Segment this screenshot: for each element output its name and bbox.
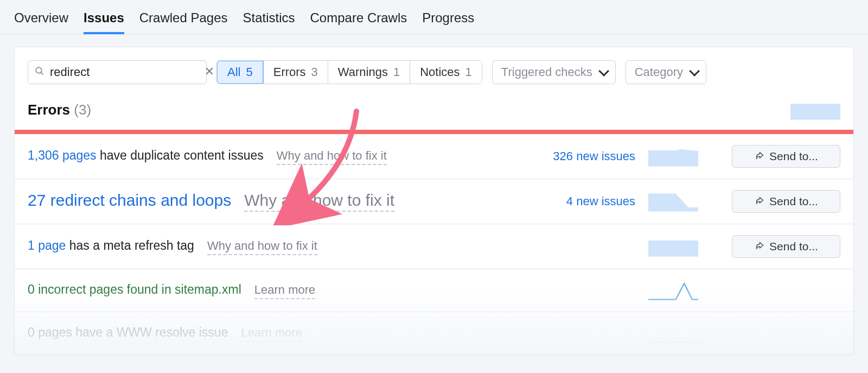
send-to-button[interactable]: Send to...: [732, 190, 840, 213]
triggered-checks-dropdown[interactable]: Triggered checks: [492, 60, 616, 84]
issue-sparkline: [648, 146, 698, 167]
issue-title-rest: has a meta refresh tag: [66, 238, 194, 252]
issue-row: 1 page has a meta refresh tag Why and ho…: [15, 224, 853, 269]
learn-more-link[interactable]: Learn more: [241, 326, 302, 342]
issue-sparkline: [648, 236, 698, 257]
segment-notices-label: Notices: [420, 65, 459, 79]
category-dropdown[interactable]: Category: [626, 60, 706, 84]
share-arrow-icon: [754, 242, 764, 251]
segment-all[interactable]: All 5: [216, 60, 264, 84]
category-heading-label: Errors: [28, 102, 70, 118]
send-to-label: Send to...: [769, 240, 818, 253]
segment-all-count: 5: [246, 65, 252, 79]
send-to-button[interactable]: Send to...: [732, 235, 840, 258]
errors-severity-bar: [15, 130, 853, 134]
triggered-checks-label: Triggered checks: [501, 65, 592, 79]
issue-sparkline: [648, 191, 698, 212]
segment-warnings-label: Warnings: [338, 65, 388, 79]
tab-compare-crawls[interactable]: Compare Crawls: [310, 10, 407, 34]
send-to-label: Send to...: [769, 150, 818, 163]
clear-search-icon[interactable]: [205, 65, 214, 79]
issue-title[interactable]: 1,306 pages have duplicate content issue…: [28, 148, 264, 163]
why-and-how-link[interactable]: Why and how to fix it: [244, 191, 394, 212]
issue-title[interactable]: 0 incorrect pages found in sitemap.xml: [28, 282, 241, 297]
segment-errors-label: Errors: [273, 65, 306, 79]
issue-title[interactable]: 27 redirect chains and loops: [28, 191, 231, 210]
segment-warnings-count: 1: [393, 65, 400, 79]
learn-more-link[interactable]: Learn more: [254, 283, 316, 299]
segment-all-label: All: [227, 65, 240, 79]
issue-type-segmented: All 5 Errors 3 Warnings 1 Notices 1: [216, 60, 482, 84]
search-input[interactable]: [50, 65, 199, 79]
issue-row: 0 incorrect pages found in sitemap.xml L…: [15, 269, 853, 312]
tab-statistics[interactable]: Statistics: [243, 10, 295, 34]
issues-panel: All 5 Errors 3 Warnings 1 Notices 1 Trig…: [14, 47, 854, 355]
send-to-button[interactable]: Send to...: [732, 145, 840, 168]
send-to-label: Send to...: [769, 195, 818, 208]
issue-count-link[interactable]: 1 page: [28, 238, 66, 252]
tab-overview[interactable]: Overview: [14, 10, 68, 34]
category-label: Category: [635, 65, 683, 79]
share-arrow-icon: [754, 151, 764, 161]
issue-title[interactable]: 0 pages have a WWW resolve issue: [28, 325, 228, 340]
why-and-how-link[interactable]: Why and how to fix it: [277, 149, 387, 165]
filters-row: All 5 Errors 3 Warnings 1 Notices 1 Trig…: [15, 47, 853, 84]
new-issues-count[interactable]: 4 new issues: [527, 194, 635, 208]
segment-errors-count: 3: [311, 65, 318, 79]
issue-sparkline: [648, 323, 698, 344]
segment-warnings[interactable]: Warnings 1: [328, 61, 410, 84]
category-sparkline: [790, 99, 840, 120]
why-and-how-link[interactable]: Why and how to fix it: [207, 239, 317, 255]
chevron-down-icon: [689, 66, 700, 77]
search-box[interactable]: [28, 60, 207, 84]
top-tabs: Overview Issues Crawled Pages Statistics…: [0, 0, 868, 35]
tab-issues[interactable]: Issues: [84, 10, 124, 34]
issue-count-link[interactable]: 1,306 pages: [28, 148, 97, 162]
category-heading: Errors (3): [15, 84, 853, 128]
issue-row: 1,306 pages have duplicate content issue…: [15, 134, 853, 179]
issue-title-rest: have duplicate content issues: [97, 148, 264, 162]
new-issues-count[interactable]: 326 new issues: [527, 149, 635, 163]
issue-row: 0 pages have a WWW resolve issue Learn m…: [15, 312, 853, 355]
svg-line-1: [41, 72, 43, 74]
segment-notices[interactable]: Notices 1: [410, 61, 482, 84]
segment-notices-count: 1: [465, 65, 472, 79]
tab-crawled-pages[interactable]: Crawled Pages: [139, 10, 228, 34]
category-heading-count: (3): [74, 102, 91, 118]
chevron-down-icon: [598, 66, 609, 77]
tab-progress[interactable]: Progress: [422, 10, 474, 34]
issue-sparkline: [648, 280, 698, 301]
issue-row: 27 redirect chains and loops Why and how…: [15, 179, 853, 224]
issue-title[interactable]: 1 page has a meta refresh tag: [28, 238, 194, 253]
share-arrow-icon: [754, 197, 764, 206]
search-icon: [35, 66, 44, 78]
segment-errors[interactable]: Errors 3: [263, 61, 328, 84]
